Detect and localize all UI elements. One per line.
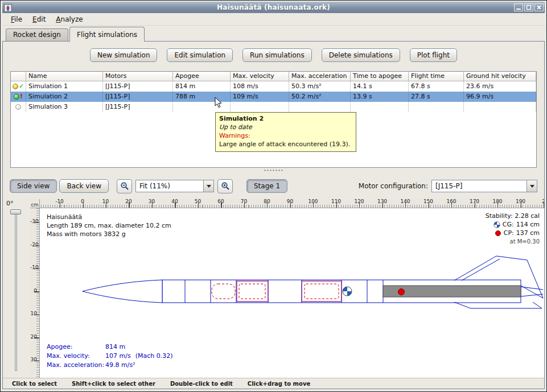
maximize-button[interactable]: [524, 3, 533, 11]
col-motors[interactable]: Motors: [103, 72, 173, 81]
col-ground-hit-velocity[interactable]: Ground hit velocity: [464, 72, 536, 81]
figure-status-bar: Click to select Shift+click to select ot…: [3, 378, 544, 389]
rotation-slider-track[interactable]: [15, 212, 17, 371]
window-title: Haisunäätä (haisunaata.ork): [2, 3, 545, 11]
h-ruler-label: 130: [371, 199, 394, 204]
vertical-ruler: -30 -20 -10 0 10 20 30: [30, 208, 40, 378]
menu-analyze[interactable]: Analyze: [52, 14, 87, 24]
app-window: Haisunäätä (haisunaata.ork) File Edit An…: [0, 0, 547, 392]
zoom-value: Fit (11%): [136, 182, 203, 190]
chevron-down-icon: [203, 180, 213, 192]
new-simulation-button[interactable]: New simulation: [90, 48, 158, 62]
side-view-button[interactable]: Side view: [10, 179, 57, 193]
cell-max-velocity: 109 m/s: [231, 92, 289, 102]
simulation-tooltip: Simulation 2 Up to date Warnings: Large …: [215, 112, 356, 152]
col-name[interactable]: Name: [26, 72, 103, 81]
magnifier-minus-icon: [120, 181, 129, 191]
mach-note: at M=0.30: [486, 237, 540, 246]
motor-configuration-select[interactable]: [J115-P]: [431, 180, 537, 192]
h-ruler-label: 10: [94, 199, 117, 204]
table-row-simulation-2[interactable]: Simulation 2 [J115-P] 788 m 109 m/s 50.2…: [11, 92, 536, 102]
col-apogee[interactable]: Apogee: [173, 72, 231, 81]
h-ruler-label: 150: [417, 199, 440, 204]
cg-label: CG:: [503, 220, 514, 229]
h-ruler-label: 0: [71, 199, 94, 204]
h-ruler-label: 20: [117, 199, 141, 204]
cell-max-acceleration: 50.3 m/s²: [289, 81, 351, 92]
h-ruler-label: 60: [209, 199, 233, 204]
mouse-cursor-icon: [215, 97, 223, 111]
max-acceleration-label: Max. acceleration:: [47, 361, 105, 370]
cell-flight-time: [409, 102, 464, 112]
zoom-select[interactable]: Fit (11%): [135, 180, 214, 192]
rotation-slider-handle[interactable]: [10, 209, 21, 214]
apogee-value: 814 m: [105, 343, 125, 350]
tooltip-warnings-label: Warnings:: [219, 131, 352, 140]
stability-value: 2.28 cal: [515, 212, 540, 220]
status-ball-green-icon: [14, 94, 19, 100]
run-simulations-button[interactable]: Run simulations: [242, 48, 312, 62]
h-ruler-label: 80: [256, 199, 279, 204]
h-ruler-label: 170: [463, 199, 486, 204]
motor-configuration-label: Motor configuration:: [359, 182, 428, 190]
zoom-out-button[interactable]: [117, 179, 132, 193]
table-body: Simulation 1 [J115-P] 814 m 108 m/s 50.3…: [11, 81, 536, 112]
status-cell: [11, 81, 26, 92]
ruler-unit-label: cm: [30, 199, 40, 208]
back-view-button[interactable]: Back view: [59, 179, 109, 193]
h-ruler-label: -10: [48, 199, 71, 204]
cell-max-velocity: 108 m/s: [231, 81, 289, 92]
col-time-to-apogee[interactable]: Time to apogee: [351, 72, 409, 81]
rocket-dimensions: Length 189 cm, max. diameter 10.2 cm: [47, 221, 171, 230]
col-max-acceleration[interactable]: Max. acceleration: [289, 72, 351, 81]
cp-marker-icon: [398, 289, 405, 295]
minimize-button[interactable]: [514, 3, 523, 11]
h-ruler-label: 140: [394, 199, 417, 204]
v-ruler-label: 0: [30, 288, 37, 294]
cell-name: Simulation 2: [26, 92, 103, 102]
menu-file[interactable]: File: [7, 14, 26, 24]
col-status[interactable]: [11, 72, 26, 81]
h-ruler-label: 180: [486, 199, 509, 204]
plot-flight-button[interactable]: Plot flight: [410, 48, 457, 62]
status-cell: [11, 102, 26, 112]
tooltip-warning-text: Large angle of attack encountered (19.3)…: [219, 140, 352, 148]
delete-simulations-button[interactable]: Delete simulations: [322, 48, 400, 62]
cg-legend-icon: [493, 221, 500, 228]
col-flight-time[interactable]: Flight time: [409, 72, 464, 81]
cell-max-acceleration: 50.2 m/s²: [289, 92, 351, 102]
edit-simulation-button[interactable]: Edit simulation: [167, 48, 233, 62]
rocket-canvas[interactable]: Haisunäätä Length 189 cm, max. diameter …: [40, 208, 544, 378]
v-ruler-label: 20: [30, 335, 37, 340]
figure-area: 0° cm -10 0 10 20 30 40 50 60 7: [3, 199, 544, 378]
tab-rocket-design[interactable]: Rocket design: [6, 28, 68, 41]
motor-configuration-value: [J115-P]: [432, 182, 527, 190]
horizontal-ruler: -10 0 10 20 30 40 50 60 70 80 90 100 110…: [40, 199, 544, 208]
app-icon: [4, 3, 13, 11]
menu-edit[interactable]: Edit: [28, 14, 50, 24]
cell-max-acceleration: [289, 102, 351, 112]
cp-label: CP:: [504, 229, 514, 237]
stage-1-toggle[interactable]: Stage 1: [246, 179, 287, 193]
col-max-velocity[interactable]: Max. velocity: [231, 72, 289, 81]
status-cell: [11, 92, 26, 102]
split-divider[interactable]: [3, 168, 544, 173]
table-row-simulation-1[interactable]: Simulation 1 [J115-P] 814 m 108 m/s 50.3…: [11, 81, 536, 92]
tab-flight-simulations[interactable]: Flight simulations: [69, 27, 145, 42]
titlebar[interactable]: Haisunäätä (haisunaata.ork): [2, 2, 545, 13]
flight-info-block: Apogee:814 m Max. velocity:107 m/s(Mach …: [47, 343, 172, 370]
close-button[interactable]: [534, 3, 544, 11]
zoom-in-button[interactable]: [217, 179, 233, 193]
cell-motors: [J115-P]: [103, 81, 173, 92]
h-ruler-label: 190: [509, 199, 532, 204]
status-check-icon: [19, 84, 24, 89]
h-ruler-label: 70: [232, 199, 256, 204]
status-warning-icon: [20, 94, 23, 100]
h-ruler-label: 2: [532, 199, 544, 204]
cell-max-velocity: [231, 102, 289, 112]
rocket-name: Haisunäätä: [47, 213, 171, 221]
cell-ground-hit-velocity: 23.6 m/s: [464, 81, 536, 92]
window-controls: [514, 3, 544, 11]
table-row-simulation-3[interactable]: Simulation 3 [J115-P]: [11, 102, 536, 112]
rocket-mass: Mass with motors 3832 g: [47, 230, 171, 238]
